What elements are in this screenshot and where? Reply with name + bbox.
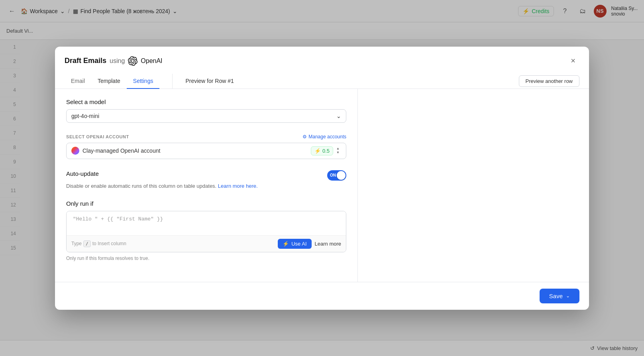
modal-title: Draft Emails using OpenAI [65,56,163,66]
modal-section-left: Email Template Settings [65,74,173,89]
account-credits-area: ⚡ 0.5 ▲ ▼ [311,146,341,155]
preview-another-button[interactable]: Preview another row [519,75,580,87]
modal-title-text: Draft Emails [65,57,106,65]
auto-update-description: Disable or enable automatic runs of this… [66,183,346,189]
only-run-description: Only run if this formula resolves to tru… [66,256,346,261]
slash-badge: / [83,240,91,247]
manage-accounts-label: Manage accounts [308,134,346,140]
code-area[interactable]: "Hello " + {{ "First Name" }} [67,211,346,235]
toggle-track[interactable]: ON [327,170,346,181]
openai-account-section: SELECT OPENAI ACCOUNT ⚙ Manage accounts … [66,134,346,159]
auto-update-section: Auto-update ON Disable or enable automat… [66,170,346,189]
preview-section: Preview for Row #1 Preview another row [185,75,579,87]
openai-account-label: SELECT OPENAI ACCOUNT ⚙ Manage accounts [66,134,346,140]
model-value: gpt-4o-mini [71,113,99,119]
modal-openai-label: OpenAI [141,57,162,65]
learn-more-link[interactable]: Learn more here. [218,183,258,189]
auto-update-row: Auto-update ON [66,170,346,181]
account-left: Clay-managed OpenAI account [71,147,160,155]
save-button[interactable]: Save ⌄ [540,289,579,303]
stepper-down-button[interactable]: ▼ [335,151,341,155]
stepper-up-button[interactable]: ▲ [335,147,341,151]
preview-for-label: Preview for Row #1 [185,78,234,84]
modal-overlay: Draft Emails using OpenAI × Email Templa… [0,0,644,356]
auto-update-label: Auto-update [66,170,99,177]
openai-account-label-text: SELECT OPENAI ACCOUNT [66,134,129,139]
modal-tabs-row: Email Template Settings Preview for Row … [55,74,589,89]
modal-title-using: using [110,57,125,65]
auto-update-desc-text: Disable or enable automatic runs of this… [66,183,216,189]
use-ai-icon: ⚡ [283,241,289,247]
toggle-thumb [337,171,346,180]
settings-panel: Select a model gpt-4o-mini ⌄ SELECT OPEN… [55,89,358,282]
type-hint: Type / to Insert column [71,240,126,247]
save-chevron-icon: ⌄ [566,293,570,299]
account-row[interactable]: Clay-managed OpenAI account ⚡ 0.5 ▲ ▼ [66,143,346,159]
tab-settings[interactable]: Settings [127,74,160,89]
tab-template[interactable]: Template [91,74,127,89]
modal: Draft Emails using OpenAI × Email Templa… [55,47,589,310]
credits-coin-icon: ⚡ [314,148,321,154]
credits-stepper[interactable]: ▲ ▼ [335,147,341,155]
tab-email[interactable]: Email [65,74,91,89]
code-toolbar-right: ⚡ Use AI Learn more [278,239,341,249]
save-label: Save [549,293,563,299]
use-ai-label: Use AI [291,241,306,247]
close-button[interactable]: × [567,55,579,67]
modal-body: Select a model gpt-4o-mini ⌄ SELECT OPEN… [55,89,589,282]
model-dropdown[interactable]: gpt-4o-mini ⌄ [66,109,346,123]
only-run-label: Only run if [66,200,346,207]
type-hint-text: Type [71,241,82,246]
model-section: Select a model gpt-4o-mini ⌄ [66,98,346,123]
preview-panel [358,89,589,282]
code-placeholder-text: "Hello " + {{ "First Name" }} [73,216,163,222]
insert-column-text: to Insert column [92,241,126,246]
toggle-on-label: ON [330,173,336,177]
auto-update-toggle[interactable]: ON [327,170,346,181]
modal-header: Draft Emails using OpenAI × [55,47,589,67]
model-label: Select a model [66,98,346,105]
only-run-section: Only run if "Hello " + {{ "First Name" }… [66,200,346,261]
model-chevron-icon: ⌄ [336,113,341,119]
openai-logo-icon [128,56,137,66]
use-ai-button[interactable]: ⚡ Use AI [278,239,311,249]
code-toolbar: Type / to Insert column ⚡ Use AI Learn m… [67,235,346,252]
account-name: Clay-managed OpenAI account [82,148,160,154]
gear-icon: ⚙ [302,134,307,140]
code-editor: "Hello " + {{ "First Name" }} Type / to … [66,211,346,252]
learn-more-button[interactable]: Learn more [315,241,341,247]
modal-footer: Save ⌄ [55,282,589,310]
credits-indicator: ⚡ 0.5 [311,146,333,155]
clay-logo-icon [71,147,79,155]
close-icon: × [571,56,575,65]
credits-indicator-value: 0.5 [322,148,330,154]
manage-accounts-link[interactable]: ⚙ Manage accounts [302,134,346,140]
